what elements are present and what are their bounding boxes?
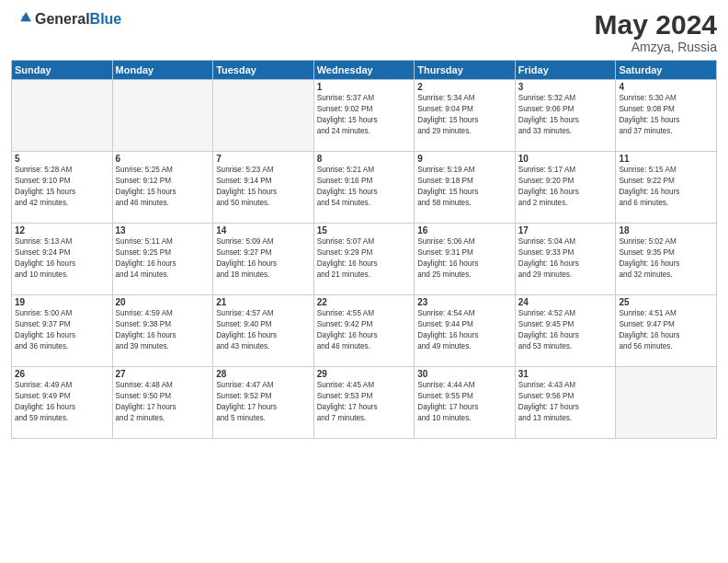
calendar-cell: 8Sunrise: 5:21 AM Sunset: 9:16 PM Daylig… [313,152,415,224]
day-info: Sunrise: 4:47 AM Sunset: 9:52 PM Dayligh… [216,380,311,424]
day-info: Sunrise: 4:59 AM Sunset: 9:38 PM Dayligh… [116,308,210,352]
day-number: 6 [116,154,210,164]
day-number: 26 [15,369,109,379]
day-number: 15 [317,225,412,236]
day-number: 13 [116,225,210,236]
calendar-cell: 7Sunrise: 5:23 AM Sunset: 9:14 PM Daylig… [213,152,314,224]
week-row-5: 26Sunrise: 4:49 AM Sunset: 9:49 PM Dayli… [12,367,717,439]
day-info: Sunrise: 4:43 AM Sunset: 9:56 PM Dayligh… [518,380,613,424]
day-info: Sunrise: 5:02 AM Sunset: 9:35 PM Dayligh… [619,236,713,281]
day-number: 21 [216,297,311,307]
day-number: 16 [417,225,512,236]
day-info: Sunrise: 5:15 AM Sunset: 9:22 PM Dayligh… [619,165,713,209]
calendar-subtitle: Amzya, Russia [595,40,717,54]
weekday-header-row: SundayMondayTuesdayWednesdayThursdayFrid… [12,61,717,80]
day-number: 22 [317,297,412,307]
weekday-header-wednesday: Wednesday [313,61,415,80]
calendar-cell: 14Sunrise: 5:09 AM Sunset: 9:27 PM Dayli… [213,224,314,295]
day-info: Sunrise: 5:37 AM Sunset: 9:02 PM Dayligh… [317,93,412,137]
svg-marker-1 [22,16,28,21]
calendar-cell: 30Sunrise: 4:44 AM Sunset: 9:55 PM Dayli… [415,367,516,439]
day-info: Sunrise: 4:57 AM Sunset: 9:40 PM Dayligh… [216,308,311,352]
day-info: Sunrise: 4:45 AM Sunset: 9:53 PM Dayligh… [317,380,412,424]
week-row-3: 12Sunrise: 5:13 AM Sunset: 9:24 PM Dayli… [12,224,717,295]
calendar-cell: 1Sunrise: 5:37 AM Sunset: 9:02 PM Daylig… [313,80,415,152]
calendar-cell: 13Sunrise: 5:11 AM Sunset: 9:25 PM Dayli… [112,224,213,295]
day-info: Sunrise: 4:51 AM Sunset: 9:47 PM Dayligh… [619,308,713,352]
day-info: Sunrise: 5:00 AM Sunset: 9:37 PM Dayligh… [15,308,109,352]
weekday-header-friday: Friday [515,61,616,80]
week-row-4: 19Sunrise: 5:00 AM Sunset: 9:37 PM Dayli… [12,295,717,367]
calendar-cell: 31Sunrise: 4:43 AM Sunset: 9:56 PM Dayli… [515,367,616,439]
day-info: Sunrise: 4:48 AM Sunset: 9:50 PM Dayligh… [116,380,210,424]
day-info: Sunrise: 5:06 AM Sunset: 9:31 PM Dayligh… [417,236,512,281]
weekday-header-saturday: Saturday [616,61,717,80]
day-info: Sunrise: 5:34 AM Sunset: 9:04 PM Dayligh… [417,93,512,137]
weekday-header-sunday: Sunday [12,61,113,80]
title-block: May 2024 Amzya, Russia [595,9,717,54]
calendar-cell: 5Sunrise: 5:28 AM Sunset: 9:10 PM Daylig… [12,152,113,224]
weekday-header-thursday: Thursday [415,61,516,80]
header: GeneralBlue May 2024 Amzya, Russia [11,9,717,54]
weekday-header-monday: Monday [112,61,213,80]
day-number: 19 [15,297,109,307]
day-number: 12 [15,225,109,236]
calendar-cell: 15Sunrise: 5:07 AM Sunset: 9:29 PM Dayli… [313,224,415,295]
day-info: Sunrise: 5:28 AM Sunset: 9:10 PM Dayligh… [15,165,109,209]
day-number: 1 [317,82,412,92]
calendar-cell: 18Sunrise: 5:02 AM Sunset: 9:35 PM Dayli… [616,224,717,295]
day-info: Sunrise: 5:23 AM Sunset: 9:14 PM Dayligh… [216,165,311,209]
calendar-cell: 4Sunrise: 5:30 AM Sunset: 9:08 PM Daylig… [616,80,717,152]
day-info: Sunrise: 4:52 AM Sunset: 9:45 PM Dayligh… [518,308,613,352]
day-number: 25 [619,297,713,307]
calendar-cell: 11Sunrise: 5:15 AM Sunset: 9:22 PM Dayli… [616,152,717,224]
page: GeneralBlue May 2024 Amzya, Russia Sunda… [0,0,728,563]
logo-general-text: GeneralBlue [35,11,121,28]
calendar-cell [616,367,717,439]
day-number: 11 [619,154,713,164]
calendar-cell: 9Sunrise: 5:19 AM Sunset: 9:18 PM Daylig… [415,152,516,224]
calendar-cell [213,80,314,152]
day-info: Sunrise: 5:19 AM Sunset: 9:18 PM Dayligh… [417,165,512,209]
calendar-cell: 3Sunrise: 5:32 AM Sunset: 9:06 PM Daylig… [515,80,616,152]
calendar-title: May 2024 [595,9,717,40]
calendar-cell: 28Sunrise: 4:47 AM Sunset: 9:52 PM Dayli… [213,367,314,439]
week-row-2: 5Sunrise: 5:28 AM Sunset: 9:10 PM Daylig… [12,152,717,224]
day-number: 7 [216,154,311,164]
calendar-cell: 24Sunrise: 4:52 AM Sunset: 9:45 PM Dayli… [515,295,616,367]
day-number: 2 [417,82,512,92]
calendar-table: SundayMondayTuesdayWednesdayThursdayFrid… [11,60,717,439]
calendar-cell: 29Sunrise: 4:45 AM Sunset: 9:53 PM Dayli… [313,367,415,439]
day-info: Sunrise: 5:07 AM Sunset: 9:29 PM Dayligh… [317,236,412,281]
calendar-cell: 21Sunrise: 4:57 AM Sunset: 9:40 PM Dayli… [213,295,314,367]
day-number: 27 [116,369,210,379]
calendar-cell: 22Sunrise: 4:55 AM Sunset: 9:42 PM Dayli… [313,295,415,367]
day-number: 3 [518,82,613,92]
day-info: Sunrise: 5:17 AM Sunset: 9:20 PM Dayligh… [518,165,613,209]
day-info: Sunrise: 5:11 AM Sunset: 9:25 PM Dayligh… [116,236,210,281]
calendar-cell: 27Sunrise: 4:48 AM Sunset: 9:50 PM Dayli… [112,367,213,439]
calendar-cell [112,80,213,152]
calendar-cell: 2Sunrise: 5:34 AM Sunset: 9:04 PM Daylig… [415,80,516,152]
day-info: Sunrise: 5:04 AM Sunset: 9:33 PM Dayligh… [518,236,613,281]
day-number: 31 [518,369,613,379]
calendar-cell: 17Sunrise: 5:04 AM Sunset: 9:33 PM Dayli… [515,224,616,295]
day-info: Sunrise: 4:44 AM Sunset: 9:55 PM Dayligh… [417,380,512,424]
logo: GeneralBlue [11,9,121,29]
day-number: 4 [619,82,713,92]
day-number: 17 [518,225,613,236]
calendar-cell: 12Sunrise: 5:13 AM Sunset: 9:24 PM Dayli… [12,224,113,295]
day-info: Sunrise: 4:55 AM Sunset: 9:42 PM Dayligh… [317,308,412,352]
day-info: Sunrise: 5:09 AM Sunset: 9:27 PM Dayligh… [216,236,311,281]
day-number: 29 [317,369,412,379]
day-number: 23 [417,297,512,307]
day-number: 5 [15,154,109,164]
calendar-cell: 20Sunrise: 4:59 AM Sunset: 9:38 PM Dayli… [112,295,213,367]
calendar-cell: 6Sunrise: 5:25 AM Sunset: 9:12 PM Daylig… [112,152,213,224]
calendar-cell: 23Sunrise: 4:54 AM Sunset: 9:44 PM Dayli… [415,295,516,367]
day-number: 8 [317,154,412,164]
day-number: 14 [216,225,311,236]
day-number: 24 [518,297,613,307]
calendar-cell: 10Sunrise: 5:17 AM Sunset: 9:20 PM Dayli… [515,152,616,224]
calendar-cell: 25Sunrise: 4:51 AM Sunset: 9:47 PM Dayli… [616,295,717,367]
